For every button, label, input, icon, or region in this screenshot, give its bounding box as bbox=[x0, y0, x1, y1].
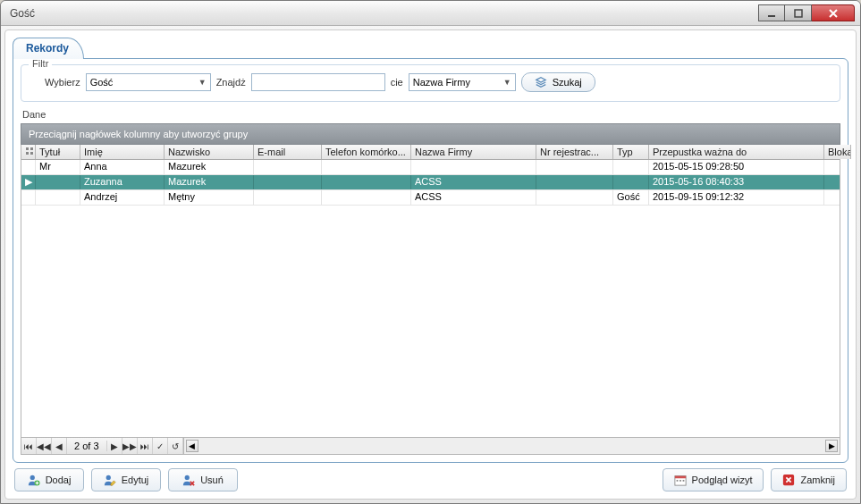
close-dialog-label: Zamknij bbox=[800, 475, 835, 485]
column-nrrej[interactable]: Nr rejestrac... bbox=[536, 145, 613, 159]
edit-user-icon bbox=[104, 474, 116, 486]
tabstrip: Rekordy bbox=[13, 36, 848, 59]
column-nazwisko[interactable]: Nazwisko bbox=[165, 145, 254, 159]
cell bbox=[411, 160, 536, 174]
nav-accept[interactable]: ✓ bbox=[153, 438, 168, 454]
tab-panel: Filtr Wybierz Gość ▼ Znajdż cie Nazwa Fi… bbox=[13, 58, 848, 463]
delete-button[interactable]: Usuń bbox=[168, 468, 238, 491]
tab-records[interactable]: Rekordy bbox=[13, 38, 84, 59]
column-email[interactable]: E-mail bbox=[254, 145, 322, 159]
filter-row: Wybierz Gość ▼ Znajdż cie Nazwa Firmy ▼ … bbox=[30, 72, 831, 92]
svg-rect-11 bbox=[674, 476, 685, 479]
horizontal-scrollbar[interactable]: ◀ ▶ bbox=[183, 438, 840, 454]
column-telefon[interactable]: Telefon komórko... bbox=[322, 145, 411, 159]
close-icon bbox=[828, 9, 839, 18]
titlebar[interactable]: Gość bbox=[1, 1, 860, 26]
wybierz-select[interactable]: Gość ▼ bbox=[86, 73, 211, 91]
table-row[interactable]: MrAnnaMazurek2015-05-15 09:28:500 bbox=[21, 160, 840, 175]
add-button[interactable]: Dodaj bbox=[14, 468, 84, 491]
nav-cancel[interactable]: ↺ bbox=[168, 438, 183, 454]
preview-visits-label: Podgląd wizyt bbox=[692, 475, 753, 485]
search-button[interactable]: Szukaj bbox=[521, 72, 595, 92]
nav-prev-page[interactable]: ◀◀ bbox=[37, 438, 52, 454]
delete-button-label: Usuń bbox=[200, 475, 224, 485]
scroll-right-icon[interactable]: ▶ bbox=[825, 440, 838, 452]
cell bbox=[254, 160, 322, 174]
wybierz-value: Gość bbox=[90, 77, 114, 88]
footer-buttons: Dodaj Edytuj Usuń Podgląd wizyt Zamknij bbox=[13, 463, 848, 491]
column-blokada[interactable]: Blokada bbox=[824, 145, 851, 159]
calendar-icon bbox=[674, 474, 687, 486]
cell bbox=[254, 175, 322, 189]
cell: Mazurek bbox=[165, 175, 254, 189]
dane-label: Dane bbox=[22, 109, 840, 120]
window-buttons bbox=[758, 4, 855, 21]
column-firma[interactable]: Nazwa Firmy bbox=[411, 145, 536, 159]
close-button[interactable] bbox=[812, 4, 855, 21]
nav-prev[interactable]: ◀ bbox=[52, 438, 67, 454]
edit-button-label: Edytuj bbox=[122, 475, 149, 485]
table-row[interactable]: AndrzejMętnyACSSGość2015-09-15 09:12:320 bbox=[21, 190, 840, 206]
filter-fieldset: Filtr Wybierz Gość ▼ Znajdż cie Nazwa Fi… bbox=[21, 64, 840, 102]
column-przepustka[interactable]: Przepustka ważna do bbox=[649, 145, 824, 159]
maximize-icon bbox=[794, 9, 803, 18]
close-dialog-button[interactable]: Zamknij bbox=[771, 468, 847, 491]
preview-visits-button[interactable]: Podgląd wizyt bbox=[663, 468, 764, 491]
table-row[interactable]: ▶ZuzannaMazurekACSS2015-05-16 08:40:330 bbox=[21, 175, 840, 190]
znajdz-label: Znajdż bbox=[216, 77, 246, 88]
cell: ACSS bbox=[411, 190, 536, 205]
column-indicator[interactable] bbox=[21, 145, 36, 159]
column-typ[interactable]: Typ bbox=[613, 145, 649, 159]
cell: Mr bbox=[36, 160, 80, 174]
field-select[interactable]: Nazwa Firmy ▼ bbox=[409, 73, 516, 91]
nav-last[interactable]: ⏭ bbox=[138, 438, 153, 454]
column-imie[interactable]: Imię bbox=[80, 145, 165, 159]
cell: 2015-09-15 09:12:32 bbox=[649, 190, 824, 205]
close-square-icon bbox=[782, 474, 795, 486]
svg-rect-4 bbox=[26, 152, 29, 155]
chevron-down-icon: ▼ bbox=[503, 78, 511, 87]
search-icon bbox=[535, 76, 547, 88]
app-window: Gość Rekordy Filtr Wybierz Gość bbox=[0, 0, 861, 504]
svg-rect-3 bbox=[30, 147, 33, 150]
cell bbox=[322, 160, 411, 174]
add-user-icon bbox=[28, 474, 40, 486]
cell: 0 bbox=[824, 190, 840, 205]
svg-rect-14 bbox=[682, 480, 684, 482]
data-grid: Tytuł Imię Nazwisko E-mail Telefon komór… bbox=[21, 145, 840, 438]
svg-rect-13 bbox=[680, 480, 681, 482]
nav-next-page[interactable]: ▶▶ bbox=[122, 438, 138, 454]
column-tytul[interactable]: Tytuł bbox=[36, 145, 80, 159]
cell bbox=[36, 175, 80, 189]
cell bbox=[254, 190, 322, 205]
cell bbox=[536, 190, 613, 205]
nav-first[interactable]: ⏮ bbox=[21, 438, 37, 454]
minimize-button[interactable] bbox=[758, 4, 785, 21]
cell bbox=[613, 175, 649, 189]
svg-rect-12 bbox=[676, 480, 678, 482]
filter-legend: Filtr bbox=[29, 58, 52, 69]
cell bbox=[21, 190, 36, 205]
znajdz-input[interactable] bbox=[251, 73, 385, 91]
grid-body[interactable]: MrAnnaMazurek2015-05-15 09:28:500▶Zuzann… bbox=[21, 160, 840, 437]
window-title: Gość bbox=[10, 7, 758, 20]
cell bbox=[536, 175, 613, 189]
maximize-button[interactable] bbox=[785, 4, 812, 21]
navigator-bar: ⏮ ◀◀ ◀ 2 of 3 ▶ ▶▶ ⏭ ✓ ↺ ◀ ▶ bbox=[21, 437, 840, 455]
svg-point-9 bbox=[185, 475, 190, 480]
scroll-left-icon[interactable]: ◀ bbox=[186, 440, 198, 452]
grid-options-icon bbox=[25, 147, 34, 155]
search-button-label: Szukaj bbox=[553, 77, 582, 88]
nav-next[interactable]: ▶ bbox=[107, 438, 122, 454]
svg-rect-1 bbox=[795, 10, 802, 17]
group-drop-area[interactable]: Przeciągnij nagłówek kolumny aby utworzy… bbox=[21, 123, 840, 145]
cell: Andrzej bbox=[80, 190, 165, 205]
cell bbox=[322, 175, 411, 189]
cell: 2015-05-16 08:40:33 bbox=[649, 175, 824, 189]
add-button-label: Dodaj bbox=[46, 475, 72, 485]
cell: Gość bbox=[613, 190, 649, 205]
svg-point-6 bbox=[30, 475, 34, 480]
svg-rect-5 bbox=[30, 152, 33, 155]
edit-button[interactable]: Edytuj bbox=[91, 468, 161, 491]
cell: ACSS bbox=[411, 175, 536, 189]
